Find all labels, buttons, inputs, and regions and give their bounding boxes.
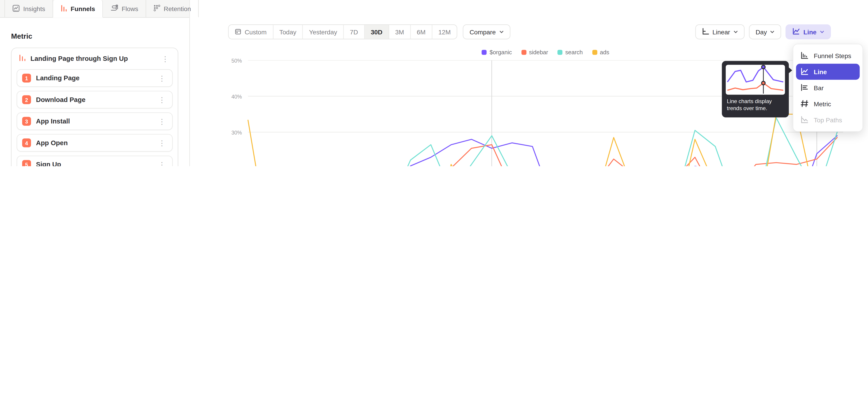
legend-swatch	[482, 50, 487, 55]
legend-swatch	[592, 50, 597, 55]
line-chart-icon	[800, 67, 809, 76]
tab-label: Funnels	[71, 5, 95, 12]
menu-item-label: Funnel Steps	[814, 52, 851, 59]
tab-funnels[interactable]: Funnels	[53, 0, 103, 18]
range-3m[interactable]: 3M	[389, 25, 410, 39]
chevron-down-icon	[770, 31, 775, 33]
range-custom[interactable]: Custom	[228, 25, 273, 39]
legend-item-organic[interactable]: $organic	[482, 49, 512, 55]
y-tick-label: 50%	[231, 58, 242, 64]
linear-scale-icon	[702, 28, 709, 36]
step-label: App Open	[36, 139, 152, 147]
tab-label: Insights	[23, 5, 45, 12]
funnel-kebab-menu[interactable]: ⋮	[160, 55, 170, 63]
menu-item-metric[interactable]: Metric	[796, 96, 860, 112]
tab-flows[interactable]: Flows	[103, 0, 146, 17]
calendar-icon	[235, 28, 241, 36]
range-label: Today	[279, 29, 296, 35]
range-7d[interactable]: 7D	[344, 25, 365, 39]
legend-swatch	[557, 50, 562, 55]
chevron-down-icon	[734, 31, 738, 33]
legend-label: sidebar	[529, 49, 548, 55]
tooltip-text: Line charts display trends over time.	[726, 95, 785, 114]
y-axis: 50%40%30%20%10%0%	[219, 60, 245, 166]
menu-item-label: Line	[814, 68, 827, 75]
step-number-badge: 1	[22, 74, 31, 83]
funnels-icon	[60, 4, 67, 13]
legend-label: $organic	[490, 49, 512, 55]
range-label: Yesterday	[309, 29, 337, 35]
y-tick-label: 30%	[231, 129, 242, 135]
range-today[interactable]: Today	[273, 25, 303, 39]
range-label: Custom	[245, 29, 267, 35]
chart-controls: Linear Day Line	[695, 24, 831, 39]
date-range-toolbar: CustomTodayYesterday7D30D3M6M12M Compare	[228, 24, 510, 39]
range-30d[interactable]: 30D	[365, 25, 389, 39]
range-6m[interactable]: 6M	[411, 25, 432, 39]
menu-item-label: Bar	[814, 84, 824, 91]
step-kebab-menu[interactable]: ⋮	[157, 95, 167, 104]
menu-item-label: Metric	[814, 100, 831, 107]
step-number-badge: 3	[22, 117, 31, 126]
range-label: 7D	[350, 29, 358, 35]
metric-card: Landing Page through Sign Up ⋮ 1Landing …	[11, 48, 178, 166]
chevron-down-icon	[499, 31, 504, 33]
retention-icon	[153, 4, 160, 13]
range-label: 6M	[417, 29, 426, 35]
chart-type-menu: Funnel StepsLineBarMetricTop Paths	[793, 44, 863, 132]
top-paths-icon	[800, 116, 809, 124]
chart-type-dropdown[interactable]: Line	[786, 24, 831, 39]
range-label: 12M	[438, 29, 451, 35]
funnel-step-2[interactable]: 2Download Page⋮	[17, 91, 173, 108]
funnel-title: Landing Page through Sign Up	[31, 55, 156, 62]
funnel-step-3[interactable]: 3App Install⋮	[17, 113, 173, 130]
menu-item-label: Top Paths	[814, 117, 842, 123]
menu-item-funnel-steps[interactable]: Funnel Steps	[796, 48, 860, 64]
menu-item-bar[interactable]: Bar	[796, 80, 860, 96]
legend-item-search[interactable]: search	[557, 49, 583, 55]
menu-item-top-paths: Top Paths	[796, 112, 860, 128]
step-kebab-menu[interactable]: ⋮	[157, 138, 167, 147]
step-number-badge: 2	[22, 95, 31, 104]
funnel-metric-icon	[19, 54, 26, 64]
chevron-down-icon	[820, 31, 825, 33]
range-yesterday[interactable]: Yesterday	[303, 25, 344, 39]
metric-icon	[800, 99, 809, 108]
step-kebab-menu[interactable]: ⋮	[157, 74, 167, 82]
legend-label: search	[565, 49, 583, 55]
legend-item-ads[interactable]: ads	[592, 49, 610, 55]
tab-insights[interactable]: Insights	[4, 0, 53, 17]
compare-button[interactable]: Compare	[463, 24, 510, 39]
legend-swatch	[521, 50, 526, 55]
step-kebab-menu[interactable]: ⋮	[157, 117, 167, 125]
funnels-app: InsightsFunnelsFlowsRetention Metric Lan…	[0, 0, 868, 166]
step-label: App Install	[36, 117, 152, 125]
step-label: Download Page	[36, 96, 152, 103]
flows-icon	[110, 4, 119, 13]
sidebar: InsightsFunnelsFlowsRetention Metric Lan…	[0, 0, 190, 166]
bar-chart-icon	[800, 84, 809, 92]
y-tick-label: 40%	[231, 93, 242, 99]
y-tick-label: 20%	[231, 165, 242, 166]
tab-retention[interactable]: Retention	[146, 0, 199, 17]
funnel-step-4[interactable]: 4App Open⋮	[17, 134, 173, 152]
tab-label: Flows	[122, 5, 138, 12]
report-tabbar: InsightsFunnelsFlowsRetention	[0, 0, 189, 18]
insights-icon	[12, 4, 20, 13]
interval-dropdown[interactable]: Day	[749, 24, 781, 39]
funnel-step-5[interactable]: 5Sign Up⋮	[17, 156, 173, 166]
chart-legend: $organicsidebarsearchads	[248, 49, 843, 55]
metric-heading: Metric	[11, 32, 32, 40]
funnel-steps-icon	[800, 51, 809, 60]
range-12m[interactable]: 12M	[432, 25, 457, 39]
scale-dropdown[interactable]: Linear	[695, 24, 745, 39]
tooltip-arrow	[788, 67, 792, 73]
legend-item-sidebar[interactable]: sidebar	[521, 49, 548, 55]
range-label: 3M	[395, 29, 404, 35]
tab-label: Retention	[164, 5, 191, 12]
menu-item-line[interactable]: Line	[796, 64, 860, 80]
step-label: Landing Page	[36, 74, 152, 82]
step-kebab-menu[interactable]: ⋮	[157, 160, 167, 166]
funnel-step-1[interactable]: 1Landing Page⋮	[17, 69, 173, 87]
line-chart-tooltip: Line charts display trends over time.	[722, 61, 789, 117]
